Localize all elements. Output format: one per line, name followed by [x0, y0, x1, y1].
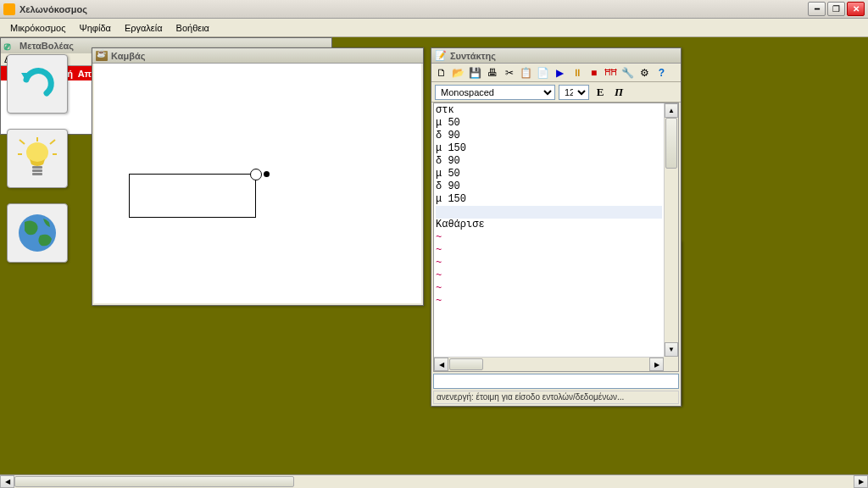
editor-statusbar: ανενεργή: έτοιμη για είσοδο εντολών/δεδο…	[433, 391, 679, 404]
svg-point-0	[26, 142, 48, 163]
scroll-right-icon[interactable]: ▶	[649, 358, 664, 371]
turtle-body	[250, 169, 262, 180]
close-button[interactable]: ✕	[847, 2, 865, 16]
idea-button[interactable]	[7, 129, 68, 188]
command-input[interactable]	[433, 374, 679, 389]
svg-rect-3	[32, 173, 42, 175]
scroll-thumb-h[interactable]	[449, 358, 483, 370]
paste-icon[interactable]: 📄	[535, 65, 551, 80]
globe-icon	[16, 212, 58, 254]
stop-icon[interactable]: ■	[586, 65, 602, 80]
cut-icon[interactable]: ✂	[501, 65, 517, 80]
pause-icon[interactable]: ⏸	[569, 65, 585, 80]
window-titlebar: Χελωνόκοσμος ━ ❐ ✕	[0, 0, 868, 19]
scroll-down-icon[interactable]: ▼	[665, 342, 678, 357]
scroll-up-icon[interactable]: ▲	[665, 103, 678, 118]
find-icon[interactable]: ĦĦ	[603, 65, 619, 80]
slider-icon	[4, 41, 16, 51]
menu-tools[interactable]: Εργαλεία	[118, 21, 170, 35]
scroll-thumb[interactable]	[665, 118, 677, 169]
print-icon[interactable]: 🖶	[484, 65, 500, 80]
code-editor[interactable]: στκ μ 50 δ 90 μ 150 δ 90 μ 50 δ 90 μ 150…	[434, 103, 664, 357]
undo-icon	[16, 63, 58, 105]
scroll-corner	[664, 357, 678, 371]
lightbulb-icon	[18, 137, 57, 180]
main-scroll-track[interactable]	[14, 475, 854, 488]
tool1-icon[interactable]: 🔧	[620, 65, 636, 80]
scroll-left-icon[interactable]: ◀	[434, 358, 448, 371]
canvas-title: Καμβάς	[111, 51, 145, 61]
menu-component[interactable]: Ψηφίδα	[73, 21, 118, 35]
editor-titlebar[interactable]: 📝 Συντάκτης	[431, 48, 681, 64]
font-size-select[interactable]: 12	[559, 85, 589, 100]
main-scroll-thumb[interactable]	[14, 476, 294, 487]
menu-help[interactable]: Βοήθεια	[170, 21, 216, 35]
editor-title: Συντάκτης	[450, 51, 496, 61]
side-toolbar	[7, 54, 68, 263]
menu-microcosm[interactable]: Μικρόκοσμος	[3, 21, 73, 35]
canvas-area[interactable]	[94, 64, 421, 303]
save-icon[interactable]: 💾	[467, 65, 483, 80]
font-bar: Monospaced 12 E Π	[431, 82, 681, 103]
copy-icon[interactable]: 📋	[518, 65, 534, 80]
editor-panel: 📝 Συντάκτης 🗋 📂 💾 🖶 ✂ 📋 📄 ▶ ⏸ ■ ĦĦ 🔧 ⚙ ?…	[431, 47, 682, 407]
editor-toolbar: 🗋 📂 💾 🖶 ✂ 📋 📄 ▶ ⏸ ■ ĦĦ 🔧 ⚙ ?	[431, 64, 681, 82]
bold-button[interactable]: E	[593, 85, 608, 100]
horizontal-scrollbar[interactable]: ◀ ▶	[434, 357, 664, 371]
menubar: Μικρόκοσμος Ψηφίδα Εργαλεία Βοήθεια	[0, 19, 868, 37]
app-icon	[3, 3, 15, 15]
minimize-button[interactable]: ━	[808, 2, 826, 16]
window-title: Χελωνόκοσμος	[19, 4, 808, 14]
tool2-icon[interactable]: ⚙	[637, 65, 653, 80]
workspace: Καμβάς ΜεταΒολέας Διαδικασία: Μεταβλητή …	[0, 37, 868, 474]
java-icon	[96, 51, 108, 61]
drawn-rectangle	[129, 174, 256, 218]
font-family-select[interactable]: Monospaced	[435, 85, 555, 100]
help-icon[interactable]: ?	[654, 65, 670, 80]
svg-rect-2	[32, 169, 42, 172]
undo-button[interactable]	[7, 54, 68, 114]
main-horizontal-scrollbar[interactable]: ◀ ▶	[0, 474, 868, 488]
open-file-icon[interactable]: 📂	[450, 65, 466, 80]
world-button[interactable]	[7, 203, 68, 263]
canvas-panel: Καμβάς	[92, 47, 424, 306]
variables-title: ΜεταΒολέας	[19, 41, 74, 51]
editor-title-icon: 📝	[435, 51, 447, 61]
svg-point-4	[19, 214, 56, 252]
vertical-scrollbar[interactable]: ▲ ▼	[664, 103, 678, 357]
svg-rect-1	[32, 166, 42, 169]
canvas-titlebar[interactable]: Καμβάς	[92, 48, 423, 64]
main-scroll-left-icon[interactable]: ◀	[0, 475, 14, 488]
turtle-head	[264, 171, 270, 177]
editor-body: στκ μ 50 δ 90 μ 150 δ 90 μ 50 δ 90 μ 150…	[433, 103, 679, 372]
main-scroll-right-icon[interactable]: ▶	[854, 475, 868, 488]
run-icon[interactable]: ▶	[552, 65, 568, 80]
italic-button[interactable]: Π	[611, 85, 626, 100]
new-file-icon[interactable]: 🗋	[433, 65, 449, 80]
maximize-button[interactable]: ❐	[827, 2, 845, 16]
